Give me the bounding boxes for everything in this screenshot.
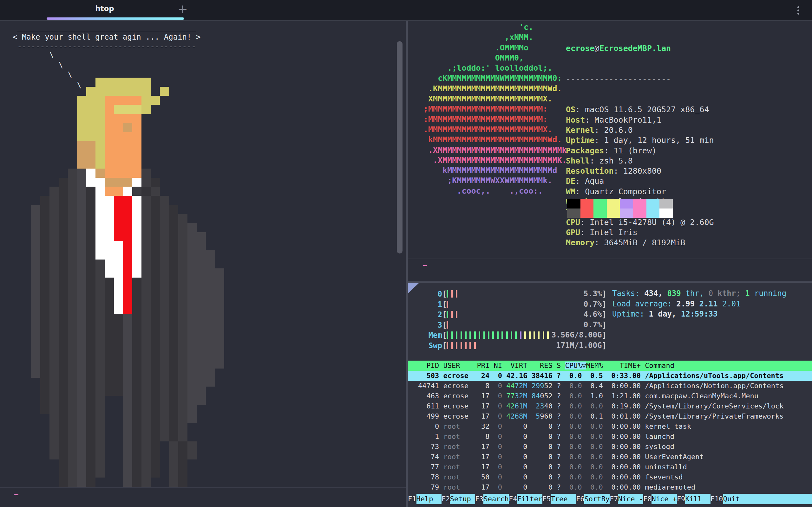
fkey-f8[interactable]: F8 <box>643 494 652 504</box>
logo-line: ;KMMMMMMMWXXWMMMMMMMk. <box>423 176 567 186</box>
info-row: Kernel: 20.6.0 <box>566 125 714 135</box>
fkey-label[interactable]: Kill <box>685 494 710 504</box>
meter-swp: Swp[171M/1.00G] <box>428 341 606 351</box>
info-row: WM: Quartz Compositor <box>566 187 714 197</box>
logo-line: .cooc,. .,coo:. <box>423 186 567 196</box>
logo-line: cKMMMMMMMMMMNWMMMMMMMMMM0: <box>423 73 567 83</box>
neofetch-title: ecrose@EcrosedeMBP.lan <box>566 43 714 54</box>
cpu-memory-meters: 0[5.3%] 1[0.7%] 2[4.6%] 3[0.7%]Mem[3.56G… <box>428 289 606 351</box>
info-row: Resolution: 1280x800 <box>566 166 714 176</box>
stat-line: Uptime: 1 day, 12:59:33 <box>612 309 786 320</box>
fkey-label[interactable]: SortBy <box>584 494 609 504</box>
block-separator <box>408 259 812 259</box>
process-table-header[interactable]: PID USER PRI NI VIRT RES S CPU%▽MEM% TIM… <box>408 360 812 371</box>
info-row: OS: macOS 11.6.5 20G527 x86_64 <box>566 105 714 115</box>
htop-pane[interactable]: 0[5.3%] 1[0.7%] 2[4.6%] 3[0.7%]Mem[3.56G… <box>408 283 812 507</box>
fkey-f7[interactable]: F7 <box>610 494 618 504</box>
logo-line: 'c. <box>423 22 567 32</box>
process-row[interactable]: 78 root 50 0 0 0 ? 0.0 0.0 0:00.00 fseve… <box>408 472 812 482</box>
stat-line: Load average: 2.99 2.11 2.01 <box>612 299 786 310</box>
process-row[interactable]: 73 root 17 0 0 0 ? 0.0 0.0 0:00.00 syslo… <box>408 442 812 452</box>
fkey-label[interactable]: Tree <box>551 494 576 504</box>
palette-swatch <box>633 209 647 218</box>
palette-swatch <box>567 199 580 209</box>
process-row[interactable]: 611 ecrose 17 0 4261M 2340 ? 0.0 0.0 0:1… <box>408 401 812 411</box>
logo-line: kMMMMMMMMMMMMMMMMMMMMMMd <box>423 165 567 176</box>
cowsay-speech-bubble: _______________________________________ … <box>13 23 200 51</box>
palette-swatch <box>633 199 647 209</box>
palette-swatch <box>567 209 580 218</box>
logo-line: .MMMMMMMMMMMMMMMMMMMMMMMMX. <box>423 124 567 135</box>
pixel-art-figure <box>31 78 224 487</box>
process-row[interactable]: 1 root 8 0 0 0 ? 0.0 0.0 0:00.00 launchd <box>408 432 812 442</box>
neofetch-rows: OS: macOS 11.6.5 20G527 x86_64Host: MacB… <box>566 105 714 248</box>
logo-line: .;loddo:' loolloddol;. <box>423 63 567 73</box>
block-corner-marker <box>408 283 419 293</box>
kebab-menu-icon[interactable] <box>798 5 800 16</box>
fkey-f6[interactable]: F6 <box>576 494 585 504</box>
palette-swatch <box>580 199 594 209</box>
fkey-label[interactable]: Help <box>416 494 442 504</box>
process-row[interactable]: 0 root 32 0 0 0 ? 0.0 0.0 0:00.00 kernel… <box>408 421 812 432</box>
palette-swatch <box>647 199 660 209</box>
block-separator <box>0 487 406 488</box>
palette-swatch <box>580 209 594 218</box>
tab-htop[interactable]: htop <box>41 4 168 13</box>
info-row: Uptime: 1 day, 12 hours, 51 min <box>566 135 714 146</box>
neofetch-pane[interactable]: 'c. ,xNMM. .OMMMMo OMMM0, .;loddo:' lool… <box>408 21 812 281</box>
logo-line: .KMMMMMMMMMMMMMMMMMMMMMMMWd. <box>423 83 567 94</box>
fkey-f1[interactable]: F1 <box>408 494 416 504</box>
fkey-f3[interactable]: F3 <box>475 494 484 504</box>
logo-line: OMMM0, <box>423 53 567 63</box>
active-tab-indicator <box>47 17 184 20</box>
fkey-label[interactable]: Filter <box>517 494 542 504</box>
fkey-f4[interactable]: F4 <box>509 494 517 504</box>
process-row[interactable]: 77 root 17 0 0 0 ? 0.0 0.0 0:00.00 unins… <box>408 462 812 472</box>
neofetch-info: ecrose@EcrosedeMBP.lan -----------------… <box>566 23 714 268</box>
fkey-label[interactable]: Nice - <box>618 494 643 504</box>
palette-swatch <box>594 209 607 218</box>
fkey-label[interactable]: Search <box>484 494 508 504</box>
logo-line: kMMMMMMMMMMMMMMMMMMMMMMMMWd. <box>423 135 567 145</box>
info-row: Memory: 3645MiB / 8192MiB <box>566 238 714 248</box>
fkey-f5[interactable]: F5 <box>542 494 551 504</box>
shell-prompt[interactable]: ~ <box>14 490 18 499</box>
logo-line: :MMMMMMMMMMMMMMMMMMMMMMMM: <box>423 114 567 124</box>
fkey-label[interactable]: Quit <box>723 494 812 504</box>
terminal-window: htop + _________________________________… <box>0 0 812 507</box>
fkey-label[interactable]: Setup <box>450 494 475 504</box>
info-row: DE: Aqua <box>566 176 714 186</box>
palette-row <box>567 209 673 218</box>
logo-line: .OMMMMo <box>423 43 567 53</box>
process-row[interactable]: 44741 ecrose 8 0 4472M 29952 ? 0.0 0.4 0… <box>408 381 812 391</box>
fkey-f9[interactable]: F9 <box>677 494 686 504</box>
logo-line: ,xNMM. <box>423 32 567 43</box>
info-row: CPU: Intel i5-4278U (4) @ 2.60G <box>566 217 714 228</box>
fkey-f2[interactable]: F2 <box>442 494 450 504</box>
shell-prompt[interactable]: ~ <box>422 261 427 270</box>
palette-swatch <box>659 209 673 218</box>
meter-1: 1[0.7%] <box>428 299 606 310</box>
process-row[interactable]: 79 root 17 0 0 0 ? 0.0 0.0 0:00.00 media… <box>408 482 812 493</box>
logo-line: .XMMMMMMMMMMMMMMMMMMMMMMMMK. <box>423 155 567 165</box>
process-row[interactable]: 503 ecrose 24 0 42.1G 38416 ? 0.0 0.5 0:… <box>408 371 812 381</box>
palette-row <box>567 199 673 209</box>
scrollbar-thumb[interactable] <box>397 41 403 253</box>
fkey-label[interactable]: Nice + <box>652 494 676 504</box>
palette-swatch <box>659 199 673 209</box>
new-tab-button[interactable]: + <box>177 2 188 16</box>
process-row[interactable]: 463 ecrose 17 0 7732M 84052 ? 0.0 1.0 1:… <box>408 391 812 401</box>
meter-3: 3[0.7%] <box>428 320 606 331</box>
info-row: Host: MacBookPro11,1 <box>566 115 714 125</box>
left-terminal-pane[interactable]: _______________________________________ … <box>0 21 406 507</box>
logo-line: XMMMMMMMMMMMMMMMMMMMMMMMX. <box>423 94 567 104</box>
process-row[interactable]: 74 root 17 0 0 0 ? 0.0 0.0 0:00.00 UserE… <box>408 452 812 462</box>
pane-divider-vertical[interactable] <box>406 21 408 507</box>
palette-swatch <box>594 199 607 209</box>
palette-swatch <box>620 199 633 209</box>
process-row[interactable]: 499 ecrose 17 0 4268M 5968 ? 0.0 0.1 0:0… <box>408 411 812 421</box>
stat-line: Tasks: 434, 839 thr, 0 kthr; 1 running <box>612 289 786 299</box>
palette-swatch <box>620 209 633 218</box>
meter-0: 0[5.3%] <box>428 289 606 299</box>
fkey-f10[interactable]: F10 <box>711 494 723 504</box>
